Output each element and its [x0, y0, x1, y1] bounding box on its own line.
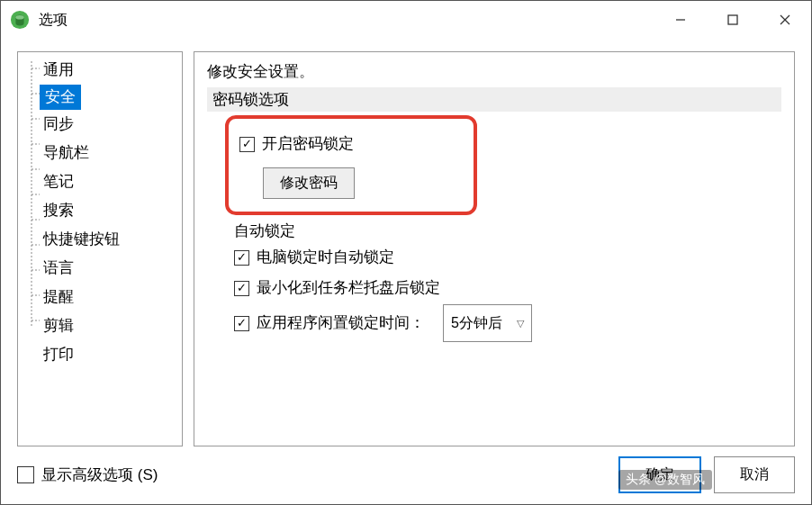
- sidebar-item-security[interactable]: 安全: [40, 85, 81, 110]
- lock-on-minimize-checkbox[interactable]: ✓: [234, 281, 249, 296]
- sidebar-item-notes[interactable]: 笔记: [40, 167, 182, 196]
- lock-on-pc-lock-label: 电脑锁定时自动锁定: [257, 243, 394, 272]
- window-title: 选项: [39, 11, 654, 30]
- app-icon: [10, 10, 30, 30]
- sidebar-item-navbar[interactable]: 导航栏: [40, 139, 182, 167]
- enable-password-lock-label: 开启密码锁定: [262, 130, 354, 158]
- idle-lock-value: 5分钟后: [451, 309, 502, 338]
- show-advanced-row[interactable]: 显示高级选项 (S): [17, 464, 158, 485]
- content-panel: 修改安全设置。 密码锁选项 ✓ 开启密码锁定 修改密码 自动锁定 ✓ 电脑锁定时…: [194, 51, 795, 446]
- sidebar-item-print[interactable]: 打印: [40, 340, 182, 369]
- sidebar-item-reminders[interactable]: 提醒: [40, 283, 182, 311]
- close-button[interactable]: [759, 1, 811, 39]
- ok-button[interactable]: 确定: [618, 456, 701, 493]
- chevron-down-icon: ▽: [517, 309, 524, 338]
- maximize-button[interactable]: [707, 1, 759, 39]
- show-advanced-label: 显示高级选项 (S): [41, 464, 158, 485]
- lock-on-pc-lock-row[interactable]: ✓ 电脑锁定时自动锁定: [234, 243, 781, 272]
- lock-on-minimize-label: 最小化到任务栏托盘后锁定: [257, 274, 440, 302]
- svg-rect-3: [728, 15, 737, 24]
- show-advanced-checkbox[interactable]: [17, 466, 34, 483]
- lock-on-minimize-row[interactable]: ✓ 最小化到任务栏托盘后锁定: [234, 274, 781, 302]
- sidebar-item-clipping[interactable]: 剪辑: [40, 311, 182, 340]
- svg-point-1: [15, 15, 23, 20]
- change-password-button[interactable]: 修改密码: [263, 167, 355, 199]
- sidebar-item-sync[interactable]: 同步: [40, 110, 182, 139]
- idle-lock-checkbox[interactable]: ✓: [234, 316, 249, 331]
- enable-password-lock-row[interactable]: ✓ 开启密码锁定: [239, 130, 463, 158]
- sidebar-item-language[interactable]: 语言: [40, 254, 182, 283]
- minimize-button[interactable]: [654, 1, 707, 39]
- highlight-annotation: ✓ 开启密码锁定 修改密码: [225, 115, 477, 215]
- sidebar-item-general[interactable]: 通用: [40, 56, 182, 85]
- lock-on-pc-lock-checkbox[interactable]: ✓: [234, 250, 249, 266]
- section-password-lock: 密码锁选项: [207, 87, 781, 112]
- options-window: 选项 通用 安全 同步 导航栏 笔记 搜索 快捷键按钮: [0, 0, 812, 505]
- window-controls: [654, 1, 811, 39]
- idle-lock-row: ✓ 应用程序闲置锁定时间： 5分钟后 ▽: [234, 304, 781, 342]
- sidebar-item-shortcuts[interactable]: 快捷键按钮: [40, 225, 182, 254]
- titlebar: 选项: [1, 1, 811, 39]
- enable-password-lock-checkbox[interactable]: ✓: [239, 137, 255, 152]
- idle-lock-dropdown[interactable]: 5分钟后 ▽: [443, 304, 532, 342]
- cancel-button[interactable]: 取消: [714, 456, 795, 493]
- page-heading: 修改安全设置。: [207, 61, 781, 82]
- footer: 显示高级选项 (S) 确定 取消: [17, 456, 795, 493]
- autolock-heading: 自动锁定: [234, 221, 781, 241]
- idle-lock-label: 应用程序闲置锁定时间：: [257, 309, 425, 338]
- sidebar-item-search[interactable]: 搜索: [40, 196, 182, 225]
- sidebar: 通用 安全 同步 导航栏 笔记 搜索 快捷键按钮 语言 提醒 剪辑 打印: [17, 51, 183, 446]
